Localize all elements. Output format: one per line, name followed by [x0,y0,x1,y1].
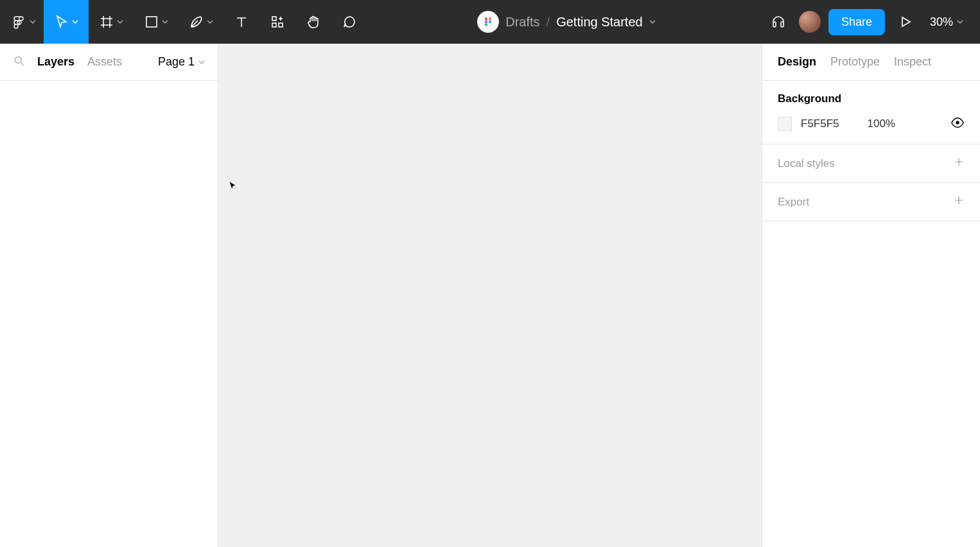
play-icon [898,14,913,30]
tab-inspect[interactable]: Inspect [894,55,931,69]
search-icon [13,55,26,67]
audio-button[interactable] [766,0,791,44]
right-panel-tabs: Design Prototype Inspect [762,44,980,81]
rectangle-icon [144,14,159,30]
toolbar-right: Share 30% [766,0,980,44]
background-hex[interactable]: F5F5F5 [801,117,839,130]
resources-tool-button[interactable] [259,0,295,44]
breadcrumb-separator: / [547,15,550,30]
frame-icon [99,14,114,30]
headphones-icon [771,14,786,30]
local-styles-section: Local styles [762,144,980,183]
cursor-icon [54,14,69,30]
canvas-cursor-icon [229,181,238,190]
plus-icon [953,195,965,206]
hand-tool-button[interactable] [295,0,331,44]
top-toolbar: Drafts / Getting Started Share 30% [0,0,980,44]
search-button[interactable] [13,55,26,70]
chevron-down-icon [198,59,205,65]
chevron-down-icon [72,19,78,25]
move-tool-button[interactable] [44,0,89,44]
text-tool-button[interactable] [223,0,259,44]
svg-point-5 [489,17,492,21]
chevron-down-icon [162,19,168,25]
zoom-control[interactable]: 30% [926,15,967,29]
svg-point-4 [485,17,488,21]
local-styles-title: Local styles [778,157,835,170]
svg-point-7 [489,21,492,24]
breadcrumb-drafts[interactable]: Drafts [505,15,539,30]
app-badge[interactable] [477,11,499,33]
export-title: Export [778,196,809,209]
tab-prototype[interactable]: Prototype [830,55,880,69]
eye-icon [950,116,965,130]
plus-icon [953,156,965,168]
left-panel-tabs: Layers Assets [37,55,146,69]
comment-tool-button[interactable] [331,0,367,44]
right-panel: Design Prototype Inspect Background F5F5… [762,44,980,547]
background-title: Background [778,92,965,105]
background-opacity[interactable]: 100% [868,117,895,130]
tab-assets[interactable]: Assets [87,55,122,69]
hand-icon [306,14,321,30]
tab-layers[interactable]: Layers [37,55,74,69]
add-local-style-button[interactable] [953,156,965,171]
pen-icon [189,14,204,30]
left-panel: Layers Assets Page 1 [0,44,218,547]
background-row: F5F5F5 100% [778,116,965,132]
svg-point-6 [485,21,488,24]
figma-logo-icon [12,14,27,30]
background-value: F5F5F5 100% [778,117,895,131]
visibility-toggle[interactable] [950,116,965,132]
share-button[interactable]: Share [828,9,885,35]
svg-point-10 [956,121,959,125]
comment-icon [342,14,357,30]
chevron-down-icon [207,19,213,25]
breadcrumb: Drafts / Getting Started [505,15,655,30]
frame-tool-button[interactable] [89,0,134,44]
svg-point-8 [485,23,488,26]
shape-tool-button[interactable] [134,0,179,44]
svg-rect-2 [272,23,276,27]
main-area: Layers Assets Page 1 Design Prototype In… [0,44,980,547]
left-panel-header: Layers Assets Page 1 [0,44,218,81]
zoom-value: 30% [930,15,953,29]
file-title[interactable]: Getting Started [556,15,643,30]
present-button[interactable] [893,0,918,44]
page-selector-label: Page 1 [158,55,195,69]
color-swatch[interactable] [778,117,792,131]
pen-tool-button[interactable] [179,0,223,44]
figma-color-icon [482,16,494,28]
chevron-down-icon[interactable] [649,19,656,25]
chevron-down-icon [117,19,123,25]
text-icon [234,14,249,30]
tab-design[interactable]: Design [778,55,816,69]
add-export-button[interactable] [953,195,965,209]
svg-rect-1 [272,17,276,21]
svg-rect-3 [279,23,283,27]
background-section: Background F5F5F5 100% [762,81,980,144]
chevron-down-icon [957,19,963,25]
components-icon [270,14,285,30]
export-section: Export [762,183,980,221]
toolbar-center: Drafts / Getting Started [367,11,766,33]
chevron-down-icon [30,19,36,25]
svg-point-9 [15,56,21,63]
toolbar-left [0,0,367,44]
canvas[interactable] [218,44,762,547]
user-avatar[interactable] [799,11,821,33]
page-selector[interactable]: Page 1 [158,55,205,69]
svg-rect-0 [146,17,157,27]
figma-menu-button[interactable] [0,0,44,44]
